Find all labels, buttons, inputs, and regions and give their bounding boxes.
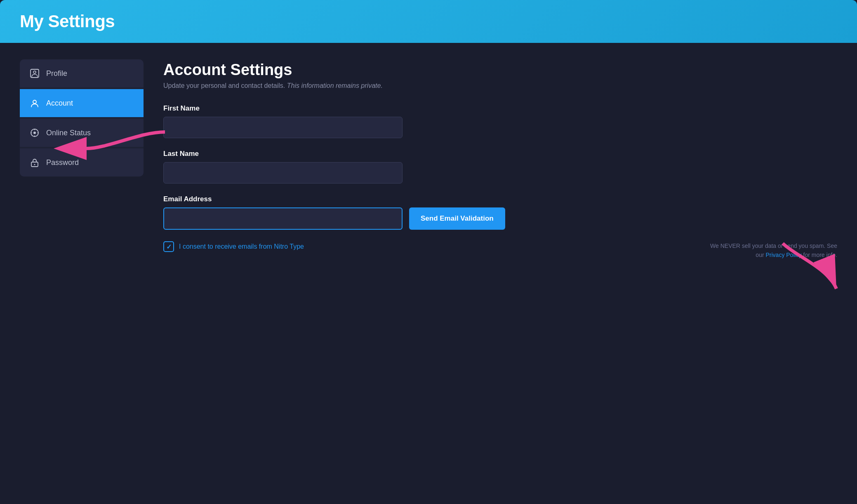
svg-point-6 [34,164,35,165]
privacy-note: We NEVER sell your data or send you spam… [705,241,837,260]
consent-checkbox[interactable]: ✓ [163,241,174,252]
sidebar-item-password[interactable]: Password [20,148,144,177]
send-email-validation-button[interactable]: Send Email Validation [409,207,505,230]
consent-label[interactable]: I consent to receive emails from Nitro T… [179,243,304,250]
first-name-group: First Name [163,104,837,138]
sidebar-item-account[interactable]: Account [20,89,144,117]
svg-point-2 [33,100,36,104]
sidebar-item-online-status-label: Online Status [46,129,91,137]
consent-left: ✓ I consent to receive emails from Nitro… [163,241,304,252]
sidebar-item-online-status[interactable]: Online Status [20,119,144,147]
page-title: My Settings [20,12,837,31]
main-layout: Profile Account [0,43,857,502]
privacy-policy-link[interactable]: Privacy Policy [765,252,801,258]
first-name-label: First Name [163,104,837,113]
account-icon [30,98,40,108]
svg-point-1 [33,71,36,73]
page-header: My Settings [0,0,857,43]
last-name-group: Last Name [163,150,837,184]
sidebar-item-profile-label: Profile [46,69,67,78]
svg-point-4 [33,132,36,134]
sidebar: Profile Account [20,59,144,177]
last-name-label: Last Name [163,150,837,158]
sidebar-item-password-label: Password [46,158,79,167]
email-input[interactable] [163,207,403,230]
sidebar-item-account-label: Account [46,99,73,108]
sidebar-item-profile[interactable]: Profile [20,59,144,87]
email-label: Email Address [163,195,837,203]
last-name-input[interactable] [163,162,403,184]
content-title: Account Settings [163,61,837,79]
password-icon [30,158,40,167]
checkmark-icon: ✓ [166,243,172,251]
online-status-icon [30,128,40,138]
content-subtitle: Update your personal and contact details… [163,82,837,89]
profile-icon [30,68,40,78]
consent-row: ✓ I consent to receive emails from Nitro… [163,241,837,260]
content-area: Account Settings Update your personal an… [163,59,837,485]
email-row: Send Email Validation [163,207,837,230]
first-name-input[interactable] [163,117,403,138]
email-group: Email Address Send Email Validation [163,195,837,230]
